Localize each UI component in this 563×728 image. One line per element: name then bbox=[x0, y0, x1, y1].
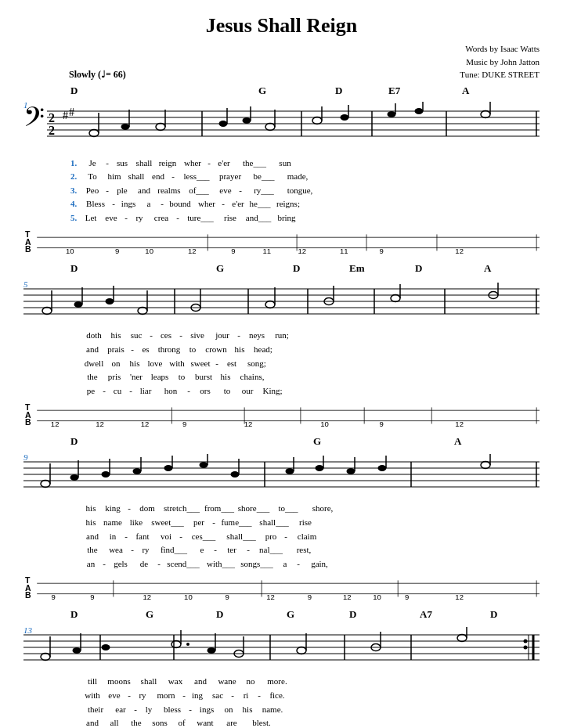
svg-point-64 bbox=[74, 301, 83, 308]
svg-text:12: 12 bbox=[455, 247, 464, 256]
chord-G-s4: G bbox=[146, 608, 153, 621]
svg-point-74 bbox=[265, 301, 275, 308]
svg-point-165 bbox=[524, 646, 528, 650]
svg-text:9: 9 bbox=[115, 247, 119, 256]
system-1: 1 D G D E7 A 𝄢 2 2 # # bbox=[23, 85, 540, 257]
svg-text:#: # bbox=[63, 110, 68, 121]
chord-D2-s2: D bbox=[293, 262, 300, 275]
svg-text:12: 12 bbox=[266, 593, 275, 602]
lyric-row-2: 2. To him shall end - less___ prayer be_… bbox=[70, 170, 540, 184]
svg-point-68 bbox=[138, 308, 147, 315]
system-4: 13 D G D G D A7 D bbox=[23, 608, 540, 728]
lyrics-system-3: his king - dom stretch___ from___ shore_… bbox=[70, 502, 540, 571]
svg-point-24 bbox=[312, 117, 322, 124]
chord-D-1: D bbox=[70, 85, 78, 97]
svg-text:12: 12 bbox=[51, 420, 60, 429]
measure-number-1: 1 bbox=[23, 100, 28, 110]
svg-point-21 bbox=[265, 123, 275, 130]
svg-point-62 bbox=[42, 308, 52, 315]
lyric-row-1: 1. Je - sus shall reign wher - e'er the_… bbox=[70, 157, 540, 171]
lyric-row-5: 5. Let eve - ry crea - ture___ rise and_… bbox=[70, 211, 540, 225]
svg-point-129 bbox=[347, 468, 355, 474]
svg-text:9: 9 bbox=[226, 593, 229, 602]
measure-number-4: 13 bbox=[23, 625, 32, 635]
attribution-line1: Words by Isaac Watts bbox=[23, 42, 540, 56]
lyric-row-4-4: and all the sons of want are blest. bbox=[70, 716, 540, 728]
svg-text:12: 12 bbox=[455, 420, 464, 429]
svg-point-122 bbox=[231, 471, 240, 478]
lyrics-system-1: 1. Je - sus shall reign wher - e'er the_… bbox=[70, 157, 540, 225]
lyric-row-2-3: dwell on his love with sweet - est song; bbox=[70, 357, 540, 371]
svg-point-134 bbox=[481, 462, 490, 469]
svg-point-131 bbox=[378, 465, 387, 471]
svg-point-26 bbox=[341, 114, 349, 121]
system-2: 5 D G D Em D A bbox=[23, 262, 540, 429]
svg-text:2: 2 bbox=[49, 111, 55, 124]
svg-point-187 bbox=[457, 635, 467, 642]
chord-D4-s4: D bbox=[490, 608, 497, 621]
svg-text:10: 10 bbox=[145, 247, 153, 256]
svg-point-34 bbox=[481, 110, 490, 117]
svg-text:12: 12 bbox=[244, 420, 253, 429]
svg-point-171 bbox=[171, 641, 181, 648]
lyrics-system-4: till moons shall wax and wane no more. w… bbox=[70, 675, 540, 728]
lyric-row-4-3: their ear - ly bless - ings on his name. bbox=[70, 703, 540, 717]
svg-text:9: 9 bbox=[405, 593, 409, 602]
svg-text:9: 9 bbox=[52, 593, 56, 602]
chord-D-s3: D bbox=[70, 435, 78, 448]
svg-point-168 bbox=[73, 647, 81, 654]
lyric-row-3-4: the wea - ry find___ e - ter - nal___ re… bbox=[70, 543, 540, 557]
svg-text:10: 10 bbox=[320, 420, 329, 429]
svg-text:9: 9 bbox=[231, 247, 235, 256]
svg-point-114 bbox=[102, 471, 110, 478]
page: Jesus Shall Reign Words by Isaac Watts M… bbox=[0, 0, 563, 728]
svg-point-125 bbox=[286, 468, 294, 474]
svg-text:10: 10 bbox=[66, 247, 74, 256]
chord-D3-s4: D bbox=[349, 608, 356, 621]
svg-text:B: B bbox=[25, 418, 31, 427]
svg-point-181 bbox=[297, 647, 306, 654]
svg-point-127 bbox=[316, 465, 324, 471]
chord-Em-s2: Em bbox=[349, 262, 365, 275]
chord-G-s2: G bbox=[216, 262, 224, 275]
chord-A-s3: A bbox=[454, 435, 461, 448]
svg-point-19 bbox=[243, 117, 251, 124]
chord-G-1: G bbox=[258, 85, 266, 97]
lyric-row-4-2: with eve - ry morn - ing sac - ri - fice… bbox=[70, 689, 540, 703]
lyric-row-2-5: pe - cu - liar hon - ors to our King; bbox=[70, 384, 540, 398]
system-3: 9 D G A bbox=[23, 435, 540, 602]
svg-text:12: 12 bbox=[141, 420, 150, 429]
svg-point-170 bbox=[102, 644, 110, 651]
svg-text:12: 12 bbox=[298, 247, 306, 256]
chord-G2-s4: G bbox=[287, 608, 294, 621]
lyric-row-2-1: doth his suc - ces - sive jour - neys ru… bbox=[70, 329, 540, 343]
lyric-row-4-1: till moons shall wax and wane no more. bbox=[70, 675, 540, 689]
chord-A-s2: A bbox=[484, 262, 491, 275]
svg-point-31 bbox=[415, 108, 424, 114]
tab-svg-2: T A B 12 12 12 9 12 10 9 12 bbox=[23, 399, 540, 429]
lyrics-system-2: doth his suc - ces - sive jour - neys ru… bbox=[70, 329, 540, 398]
svg-text:9: 9 bbox=[380, 247, 384, 256]
svg-point-66 bbox=[106, 298, 114, 305]
svg-text:11: 11 bbox=[263, 247, 272, 256]
svg-text:10: 10 bbox=[373, 593, 381, 602]
svg-point-116 bbox=[133, 468, 142, 474]
lyric-row-3-5: an - gels de - scend___ with___ songs___… bbox=[70, 557, 540, 571]
svg-point-12 bbox=[121, 124, 130, 130]
chord-D-2: D bbox=[335, 85, 342, 97]
measure-number-2: 5 bbox=[23, 279, 28, 289]
svg-text:12: 12 bbox=[343, 593, 352, 602]
svg-point-164 bbox=[524, 640, 528, 643]
svg-text:B: B bbox=[25, 591, 31, 600]
chord-A7-s4: A7 bbox=[420, 608, 432, 621]
lyric-row-2-4: the pris 'ner leaps to burst his chains, bbox=[70, 370, 540, 384]
lyric-num-4: 4. bbox=[70, 197, 81, 211]
chord-D-s2: D bbox=[70, 262, 78, 275]
svg-text:9: 9 bbox=[308, 593, 312, 602]
svg-text:12: 12 bbox=[188, 247, 197, 256]
svg-text:12: 12 bbox=[96, 420, 104, 429]
chord-D3-s2: D bbox=[415, 262, 422, 275]
lyric-row-3-3: and in - fant voi - ces___ shall___ pro … bbox=[70, 530, 540, 544]
lyric-row-3-2: his name like sweet___ per - fume___ sha… bbox=[70, 516, 540, 530]
lyric-row-4: 4. Bless - ings a - bound wher - e'er he… bbox=[70, 197, 540, 211]
